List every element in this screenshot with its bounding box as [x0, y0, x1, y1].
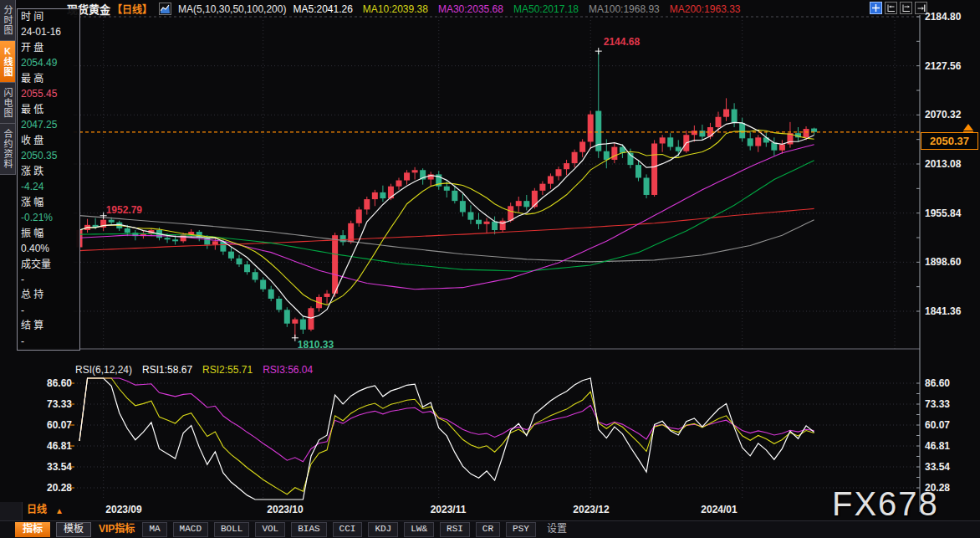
info-label: 最 高 [21, 74, 78, 85]
price-axis-label: 2127.56 [925, 60, 961, 72]
rsi-axis-label-right: 86.60 [925, 377, 950, 389]
toolbar-button-VIP指标[interactable]: VIP指标 [97, 523, 136, 536]
price-axis-label: 2184.80 [925, 11, 961, 23]
rsi-axis-label-left: 46.81 [40, 440, 72, 452]
rsi-axis-label-right: 46.81 [925, 440, 950, 452]
info-value: 2047.25 [21, 120, 78, 131]
scroll-right-edge-icon[interactable] [900, 2, 912, 14]
info-label: 涨 幅 [21, 197, 78, 208]
info-label: 最 低 [21, 105, 78, 115]
toolbar-button-设置[interactable]: 设置 [542, 523, 572, 536]
price-axis-label: 2013.08 [925, 158, 961, 170]
toolbar-button-KDJ[interactable]: KDJ [368, 522, 398, 537]
toolbar-button-PSY[interactable]: PSY [506, 522, 536, 537]
ma-value: MA100:1968.93 [589, 3, 660, 15]
chart-header: 现货黄金 【日线】 MA(5,10,30,50,100,200) MA5:204… [67, 1, 741, 17]
toolbar-button-CCI[interactable]: CCI [333, 522, 363, 537]
period-tag: 【日线】 [112, 2, 152, 16]
ma-group-label: MA(5,10,30,50,100,200) [178, 3, 286, 15]
info-value: 2054.49 [21, 58, 78, 69]
chart-type-icon[interactable] [159, 3, 171, 15]
period-arrow-icon[interactable]: ▲ [55, 506, 64, 515]
scroll-left-edge-icon[interactable] [885, 2, 897, 14]
low-annotation: 1810.33 [298, 339, 334, 351]
toolbar-button-MACD[interactable]: MACD [173, 522, 208, 537]
rsi-axis-label-left: 60.07 [40, 419, 72, 431]
toolbar-button-CR[interactable]: CR [476, 522, 500, 537]
price-axis-label: 1955.84 [925, 208, 961, 219]
info-label: 总 持 [21, 289, 78, 300]
info-label: 振 幅 [21, 228, 78, 239]
info-label: 涨 跌 [21, 167, 78, 177]
toolbar-button-LW&[interactable]: LW& [404, 522, 434, 537]
date-label: 2023/09 [97, 504, 151, 515]
info-value: - [21, 336, 78, 347]
date-label: 2023/11 [421, 504, 475, 515]
price-axis-label: 2070.32 [925, 109, 961, 120]
ma-value: MA50:2017.18 [513, 3, 579, 15]
info-value: 0.40% [21, 243, 78, 254]
quote-info-panel: 时 间24-01-16开 盘2054.49最 高2055.45最 低2047.2… [17, 8, 80, 351]
date-label: 2024/01 [692, 504, 746, 515]
chart-canvas[interactable] [0, 0, 980, 538]
rsi-axis-label-right: 33.54 [925, 461, 950, 473]
info-value: -4.24 [21, 182, 78, 192]
rsi-axis-label-right: 60.07 [925, 419, 950, 431]
date-label: 2023/10 [258, 504, 312, 515]
sidebar-tab-合约资料[interactable]: 合约资料 [0, 124, 15, 175]
left-tab-strip: 分时图K线图闪电图合约资料 [0, 0, 16, 175]
sidebar-tab-active-K线图[interactable]: K线图 [0, 41, 15, 83]
sidebar-tab-闪电图[interactable]: 闪电图 [0, 83, 15, 124]
price-axis-label: 1841.36 [925, 305, 961, 317]
current-price-tag: 2050.37 [921, 132, 978, 150]
info-value: - [21, 274, 78, 285]
crosshair-icon[interactable] [870, 2, 882, 14]
ma-value: MA10:2039.38 [363, 3, 428, 15]
toolbar-button-RSI[interactable]: RSI [440, 522, 470, 537]
info-value: - [21, 305, 78, 316]
toolbar-button-MA[interactable]: MA [142, 522, 166, 537]
rsi-axis-label-left: 86.60 [40, 377, 72, 389]
info-value: 2050.35 [21, 151, 78, 161]
header-icons [870, 2, 927, 14]
info-label: 结 算 [21, 320, 78, 331]
toolbar-button-模板[interactable]: 模板 [56, 522, 91, 537]
rsi-value: RSI1:58.67 [142, 364, 192, 376]
rsi-axis-label-right: 20.28 [925, 482, 950, 494]
gold-trading-chart-app: 分时图K线图闪电图合约资料 现货黄金 【日线】 MA(5,10,30,50,10… [0, 0, 980, 538]
rsi-value: RSI2:55.71 [202, 364, 253, 376]
info-value: 2055.45 [21, 89, 78, 100]
indicator-toolbar: 指标模板VIP指标MAMACDBOLLVOLBIASCCIKDJLW&RSICR… [0, 520, 980, 538]
ma-values: MA5:2041.26MA10:2039.38MA30:2035.68MA50:… [293, 3, 740, 15]
rsi-axis-label-left: 20.28 [40, 482, 72, 494]
watermark: FX678 [832, 485, 939, 523]
info-label: 成交量 [21, 259, 78, 270]
rsi-axis-label-left: 33.54 [40, 461, 72, 473]
info-value: 24-01-16 [21, 27, 78, 38]
rsi-title: RSI(6,12,24) [75, 364, 132, 376]
price-axis-label: 1898.60 [925, 256, 961, 268]
rsi-axis-label-right: 73.33 [925, 398, 950, 410]
ma-value: MA200:1963.33 [670, 3, 741, 15]
rsi-value: RSI3:56.04 [263, 364, 313, 376]
toolbar-button-BIAS[interactable]: BIAS [291, 522, 326, 537]
high-annotation: 2144.68 [604, 36, 640, 48]
rsi-values: RSI1:58.67RSI2:55.71RSI3:56.04 [142, 364, 313, 376]
toolbar-button-VOL[interactable]: VOL [255, 522, 285, 537]
toolbar-button-BOLL[interactable]: BOLL [214, 522, 249, 537]
date-label: 2023/12 [564, 504, 618, 515]
toolbar-button-指标[interactable]: 指标 [15, 522, 50, 537]
ma-value: MA5:2041.26 [293, 3, 352, 15]
info-label: 开 盘 [21, 43, 78, 54]
swing-high-annotation: 1952.79 [106, 204, 142, 216]
info-value: -0.21% [21, 213, 78, 223]
info-label: 收 盘 [21, 136, 78, 146]
info-label: 时 间 [21, 12, 78, 23]
rsi-axis-label-left: 73.33 [40, 398, 72, 410]
period-selector[interactable]: 日线 [27, 501, 47, 515]
sidebar-tab-分时图[interactable]: 分时图 [0, 0, 15, 41]
rsi-header: RSI(6,12,24) RSI1:58.67RSI2:55.71RSI3:56… [75, 364, 313, 376]
ma-value: MA30:2035.68 [438, 3, 503, 15]
